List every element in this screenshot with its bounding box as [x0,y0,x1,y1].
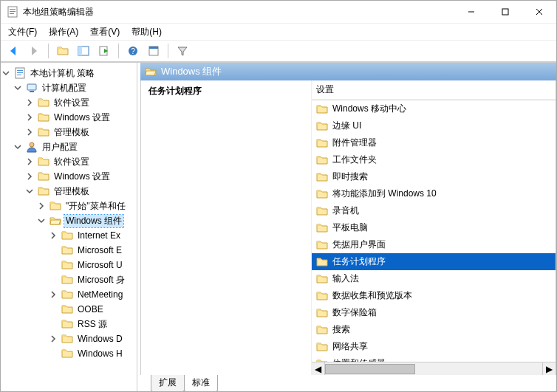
menu-file[interactable]: 文件(F) [4,24,41,40]
export-button[interactable] [95,42,114,60]
help-button[interactable]: ? [123,42,143,60]
twisty-closed-icon[interactable] [24,97,35,108]
tree-node-wind[interactable]: Windows D [1,331,137,346]
scroll-right-arrow[interactable]: ▶ [542,362,556,375]
settings-item[interactable]: 凭据用户界面 [312,236,556,253]
settings-item[interactable]: 即时搜索 [312,168,556,185]
content-header: Windows 组件 [140,63,556,80]
settings-item[interactable]: 工作文件夹 [312,151,556,168]
tree-node-cc[interactable]: 计算机配置 [1,80,137,95]
settings-item[interactable]: 网络共享 [312,338,556,355]
filter-button[interactable] [173,42,192,60]
tree-node-label: Internet Ex [76,230,122,241]
back-button[interactable] [4,42,23,60]
tree-node-cc_sw[interactable]: 软件设置 [1,95,137,110]
twisty-closed-icon[interactable] [24,127,35,137]
folder-icon [316,341,328,353]
settings-item-label: 工作文件夹 [332,154,377,166]
tree-node-netm[interactable]: NetMeeting [1,287,137,302]
tree-node-wincomp[interactable]: Windows 组件 [1,213,137,228]
tree-node-uc_sw[interactable]: 软件设置 [1,154,137,169]
tree-node-mu[interactable]: Microsoft U [1,258,137,272]
tree-node-oobe[interactable]: OOBE [1,302,137,317]
menu-action[interactable]: 操作(A) [44,24,83,40]
tree-panel[interactable]: 本地计算机 策略计算机配置软件设置Windows 设置管理模板用户配置软件设置W… [1,63,137,391]
twisty-open-icon[interactable] [13,83,23,93]
tree-node-winh[interactable]: Windows H [1,346,137,361]
twisty-closed-icon[interactable] [48,334,58,344]
title-bar[interactable]: 本地组策略编辑器 [1,1,556,23]
twisty-open-icon[interactable] [24,186,35,196]
settings-item[interactable]: 数据收集和预览版本 [312,287,556,304]
close-button[interactable] [522,1,556,23]
maximize-button[interactable] [488,1,522,23]
minimize-button[interactable] [454,1,488,23]
settings-item-label: 搜索 [332,323,350,336]
menu-help[interactable]: 帮助(H) [127,24,166,40]
tree-node-mq[interactable]: Microsoft 身 [1,272,137,287]
tree-node-label: Microsoft U [76,260,124,270]
folder-open-icon [145,66,157,78]
twisty-closed-icon[interactable] [24,112,35,123]
twisty-closed-icon[interactable] [24,171,35,182]
menu-view[interactable]: 查看(V) [86,24,124,40]
settings-item[interactable]: 平板电脑 [312,219,556,236]
twisty-closed-icon[interactable] [24,157,35,167]
settings-column-header[interactable]: 设置 [312,80,556,100]
tree-node-start[interactable]: "开始"菜单和任 [1,199,137,213]
settings-item-label: 数字保险箱 [332,306,377,319]
settings-item-label: 输入法 [332,272,359,285]
tree-node-label: 本地计算机 策略 [29,67,96,80]
settings-item[interactable]: 位置和传感器 [312,355,556,362]
tab-standard[interactable]: 标准 [184,375,218,392]
folder-icon [316,120,328,132]
tree-node-rss[interactable]: RSS 源 [1,317,137,331]
scroll-left-arrow[interactable]: ◀ [312,362,325,375]
settings-item-label: 边缘 UI [332,120,361,132]
tree-node-cc_adm[interactable]: 管理模板 [1,125,137,140]
properties-button[interactable] [144,42,163,60]
tree-node-cc_win[interactable]: Windows 设置 [1,110,137,125]
settings-list[interactable]: Windows 移动中心边缘 UI附件管理器工作文件夹即时搜索将功能添加到 Wi… [312,100,556,362]
folder-icon [316,188,328,200]
app-icon [7,6,18,18]
svg-rect-14 [149,47,158,49]
twisty-open-icon[interactable] [36,216,47,226]
show-hide-tree-button[interactable] [74,42,93,60]
up-button[interactable] [53,42,72,60]
twisty-open-icon[interactable] [13,142,23,152]
horizontal-scrollbar[interactable]: ◀ ▶ [312,362,556,375]
twisty-open-icon[interactable] [1,68,11,78]
tab-extended[interactable]: 扩展 [151,375,185,392]
tree-node-uc_win[interactable]: Windows 设置 [1,169,137,184]
tree-spacer [48,304,58,314]
settings-item[interactable]: 边缘 UI [312,117,556,134]
tree-node-uc_adm[interactable]: 管理模板 [1,184,137,199]
tree-node-label: Windows D [76,334,124,344]
content-header-title: Windows 组件 [161,65,222,78]
view-tabs: 扩展 标准 [140,375,556,391]
folder-icon [316,256,328,268]
settings-item[interactable]: 数字保险箱 [312,304,556,321]
tree-node-ie[interactable]: Internet Ex [1,228,137,243]
settings-item[interactable]: 输入法 [312,270,556,287]
tree-node-label: 软件设置 [52,156,91,168]
scroll-thumb[interactable] [325,364,415,374]
settings-item[interactable]: 录音机 [312,202,556,219]
folder-icon [316,222,328,234]
twisty-closed-icon[interactable] [48,230,58,241]
toolbar-separator [118,44,119,58]
settings-item[interactable]: 任务计划程序 [312,253,556,270]
tree-node-root[interactable]: 本地计算机 策略 [1,66,137,80]
twisty-closed-icon[interactable] [48,289,58,300]
tree-node-uc[interactable]: 用户配置 [1,140,137,154]
twisty-closed-icon[interactable] [36,201,47,211]
content-section-title: 任务计划程序 [141,80,312,375]
folder-icon [316,324,328,336]
forward-button[interactable] [24,42,44,60]
settings-item[interactable]: 搜索 [312,321,556,338]
settings-item[interactable]: 附件管理器 [312,134,556,151]
settings-item[interactable]: 将功能添加到 Windows 10 [312,185,556,202]
tree-node-me[interactable]: Microsoft E [1,243,137,258]
settings-item[interactable]: Windows 移动中心 [312,100,556,117]
